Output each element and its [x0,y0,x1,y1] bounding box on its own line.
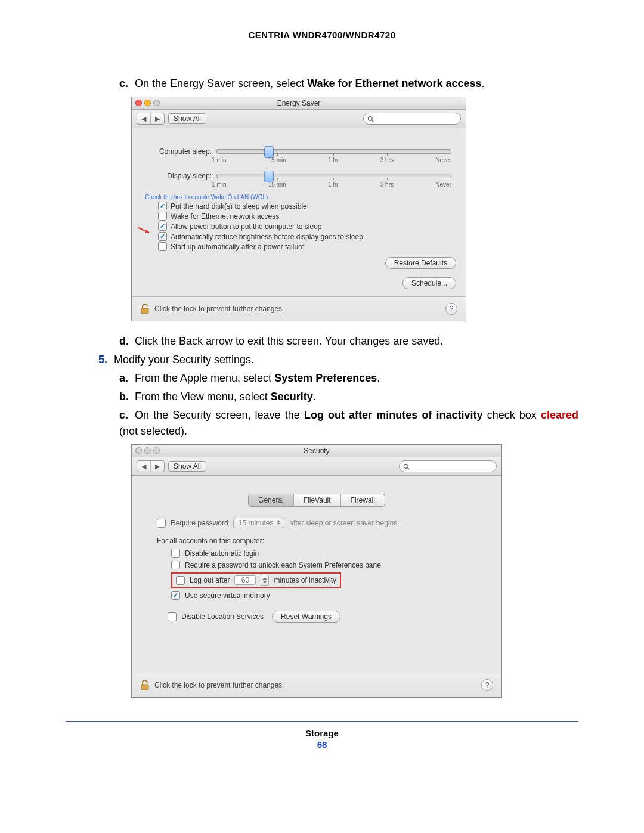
opt-auto-brightness[interactable]: Automatically reduce brightness before d… [158,232,456,241]
schedule-button[interactable]: Schedule... [402,277,456,289]
tick: 15 min [268,157,286,163]
security-tabs: General FileVault Firewall [141,494,492,507]
forward-button[interactable]: ▶ [150,113,164,124]
tick: Never [435,181,451,188]
logout-highlight-box: Log out after 60 minutes of inactivity [171,572,341,588]
back-button[interactable]: ◀ [137,113,150,124]
display-sleep-label: Display sleep: [146,172,216,180]
svg-rect-2 [141,308,148,314]
reset-warnings-button[interactable]: Reset Warnings [272,611,340,623]
annotation-arrow-icon [138,227,150,233]
svg-rect-5 [141,685,148,690]
opt-require-password-pane[interactable]: Require a password to unlock each System… [171,561,492,569]
logout-stepper[interactable] [261,575,269,586]
step-a: a.From the Apple menu, select System Pre… [119,370,578,386]
nav-segment: ◀ ▶ [137,460,165,472]
lock-icon[interactable] [140,303,150,315]
traffic-lights [135,100,160,106]
security-toolbar: ◀ ▶ Show All [132,457,501,476]
nav-segment: ◀ ▶ [137,113,165,125]
opt-auto-startup[interactable]: Start up automatically after a power fai… [158,242,456,251]
help-icon[interactable]: ? [445,303,457,315]
energy-toolbar: ◀ ▶ Show All [132,110,466,128]
tab-filevault[interactable]: FileVault [293,494,340,506]
energy-body: Computer sleep: 1 min 15 min 1 hr 3 hrs … [132,128,466,296]
logout-minutes-input[interactable]: 60 [234,575,256,585]
security-titlebar: Security [132,445,501,457]
energy-titlebar: Energy Saver [132,97,466,110]
computer-sleep-label: Computer sleep: [146,147,216,156]
show-all-button[interactable]: Show All [168,113,206,124]
step-c2: c.On the Security screen, leave the Log … [119,407,578,439]
step-b: b.From the View menu, select Security. [119,389,578,405]
security-title: Security [304,447,329,455]
lock-text: Click the lock to prevent further change… [154,305,284,313]
tick: 1 hr [328,181,338,188]
doc-header: CENTRIA WNDR4700/WNDR4720 [66,30,578,40]
zoom-icon[interactable] [153,447,160,454]
svg-point-3 [404,464,408,468]
tick: 1 min [212,157,226,163]
lock-icon[interactable] [140,679,150,691]
tab-general[interactable]: General [249,494,293,506]
require-password-checkbox[interactable] [157,519,166,528]
tick: 3 hrs [380,157,394,163]
forward-button[interactable]: ▶ [150,461,164,472]
svg-point-0 [368,116,372,120]
display-sleep-slider[interactable] [216,174,451,178]
opt-secure-vm[interactable]: Use secure virtual memory [171,591,492,600]
energy-options: Put the hard disk(s) to sleep when possi… [158,202,456,251]
tick: 15 min [268,181,286,188]
security-options: Disable automatic login Require a passwo… [171,549,492,600]
tick: 1 min [212,181,226,188]
opt-logout-inactivity[interactable]: Log out after 60 minutes of inactivity [171,572,492,588]
minimize-icon[interactable] [144,100,151,106]
close-icon[interactable] [135,100,142,106]
tick: 3 hrs [380,181,394,188]
step-c1-pre: On the Energy Saver screen, select [135,78,307,89]
wol-annotation: Check the box to enable Wake On LAN (WOL… [145,194,456,200]
security-window: Security ◀ ▶ Show All General FileVault … [131,444,502,698]
lock-text: Click the lock to prevent further change… [154,681,284,689]
step-c1: c.On the Energy Saver screen, select Wak… [119,76,578,92]
traffic-lights [135,447,160,454]
show-all-button[interactable]: Show All [168,461,206,472]
close-icon[interactable] [135,447,142,454]
require-password-label: Require password [171,519,228,527]
tab-firewall[interactable]: Firewall [340,494,385,506]
search-input[interactable] [363,113,461,125]
footer-divider [66,721,578,722]
require-password-after: after sleep or screen saver begins [289,519,397,527]
energy-saver-window: Energy Saver ◀ ▶ Show All Computer sleep… [131,97,466,321]
require-password-row: Require password 15 minutes after sleep … [157,518,492,528]
all-accounts-heading: For all accounts on this computer: [157,537,492,545]
require-password-select[interactable]: 15 minutes [233,518,285,528]
minimize-icon[interactable] [144,447,151,454]
zoom-icon[interactable] [153,100,160,106]
opt-disable-location[interactable]: Disable Location Services [168,612,264,621]
footer-section: Storage [66,728,578,738]
computer-sleep-slider[interactable] [216,149,451,154]
svg-line-4 [408,467,410,469]
help-icon[interactable]: ? [481,679,493,691]
energy-footer: Click the lock to prevent further change… [132,296,466,321]
step-c1-bold: Wake for Ethernet network access [307,78,481,89]
search-input[interactable] [399,460,497,472]
search-icon [367,116,374,122]
opt-wake-ethernet[interactable]: Wake for Ethernet network access [158,212,456,221]
svg-line-1 [372,120,374,122]
footer-page-number: 68 [66,739,578,750]
opt-hd-sleep[interactable]: Put the hard disk(s) to sleep when possi… [158,202,456,210]
opt-power-button[interactable]: Allow power button to put the computer t… [158,222,456,231]
search-icon [403,463,410,470]
step-5: 5.Modify your Security settings. [98,352,578,368]
back-button[interactable]: ◀ [137,461,150,472]
tick: 1 hr [328,157,338,163]
security-body: General FileVault Firewall Require passw… [132,476,501,673]
tick: Never [435,157,451,163]
restore-defaults-button[interactable]: Restore Defaults [385,257,456,269]
energy-title: Energy Saver [277,99,321,107]
opt-disable-auto-login[interactable]: Disable automatic login [171,549,492,558]
security-footer: Click the lock to prevent further change… [132,673,501,697]
step-d: d.Click the Back arrow to exit this scre… [119,333,578,349]
